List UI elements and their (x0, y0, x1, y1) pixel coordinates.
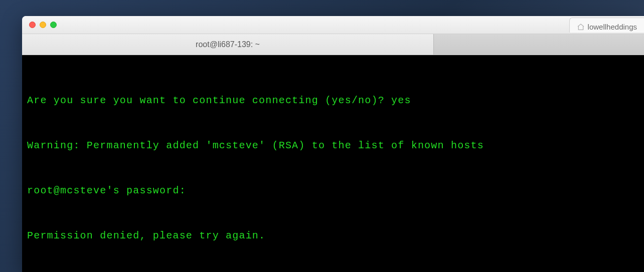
terminal-window: lowellheddings root@li687-139: ~ Are you… (22, 16, 644, 272)
minimize-button[interactable] (40, 22, 46, 28)
window-titlebar[interactable]: lowellheddings (22, 16, 644, 34)
active-tab[interactable]: root@li687-139: ~ (22, 34, 433, 55)
terminal-line: root@mcsteve's password: (27, 183, 639, 198)
home-icon (577, 23, 585, 31)
terminal-line: Warning: Permanently added 'mcsteve' (RS… (27, 138, 639, 153)
terminal-content[interactable]: Are you sure you want to continue connec… (22, 55, 644, 272)
close-button[interactable] (29, 22, 36, 28)
other-tab[interactable]: lowellheddings (569, 18, 644, 33)
active-tab-title: root@li687-139: ~ (196, 40, 260, 49)
terminal-line: Permission denied, please try again. (27, 228, 639, 243)
tab-bar: root@li687-139: ~ (22, 34, 644, 55)
terminal-line: Are you sure you want to continue connec… (27, 93, 639, 108)
traffic-lights (22, 22, 57, 28)
inactive-tab-area[interactable] (433, 34, 644, 55)
other-tab-label: lowellheddings (588, 23, 637, 31)
maximize-button[interactable] (50, 22, 57, 28)
